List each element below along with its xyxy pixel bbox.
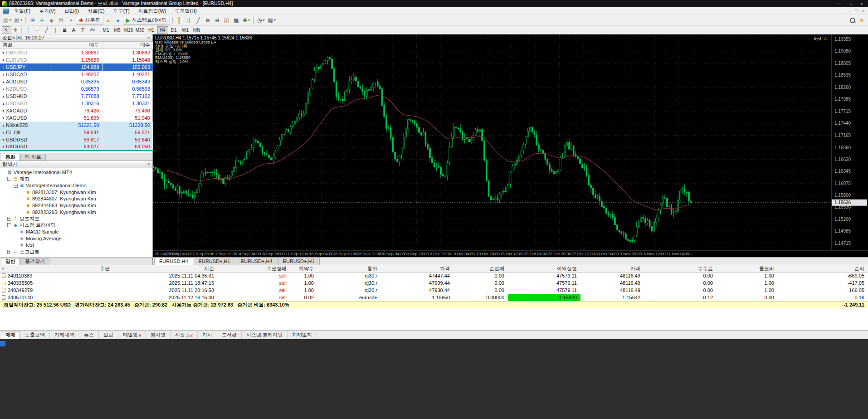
candlestick-chart-icon[interactable]: ▯ [184,16,193,25]
minimize-button[interactable]: ─ [834,1,844,6]
zoom-out-icon[interactable]: ⊖ [213,16,222,25]
timeframe-button[interactable]: M5 [112,26,123,34]
market-row[interactable]: ▼EURUSD 1.15636 1.15648 [0,56,153,63]
market-row[interactable]: ▼UKOUSD 64.027 64.050 [0,143,153,151]
expand-toggle[interactable]: − [14,184,18,188]
tree-item[interactable]: − ◆ 시스템 트레이딩 [0,222,152,229]
market-row[interactable]: ▲USDJPY 154.988 155.003 [0,63,153,71]
market-row[interactable]: ▼USDCAD 1.40207 1.40221 [0,71,153,78]
market-row[interactable]: ▲AUDUSD 0.65335 0.65349 [0,78,153,85]
tree-item[interactable]: ☻ 892844807: Kyunghwan Kim [0,195,152,202]
profiles-icon[interactable]: ▦ [13,16,23,25]
market-watch-close-icon[interactable]: × [147,35,150,40]
terminal-tab[interactable]: 알람 [99,331,118,339]
trade-column-header[interactable]: 가격 [580,265,644,273]
label-icon[interactable]: T [78,26,87,34]
separator[interactable] [253,17,254,24]
menu-item[interactable]: 도움말(H) [171,8,200,14]
timeframe-button[interactable]: H4 [157,26,168,34]
terminal-tab[interactable]: 뉴스 [79,331,99,339]
trade-column-header[interactable]: 이익실현 [508,265,580,273]
tree-item[interactable]: + ƒ 보조지표 [0,215,152,222]
line-chart-icon[interactable]: ╱ [194,16,203,25]
trade-row[interactable]: 340349279 2025.11.11 20:16:58 sell 1.00 … [0,287,868,294]
menu-item[interactable]: 보기(V) [35,8,59,14]
expand-toggle[interactable]: + [7,217,11,221]
tree-item[interactable]: ☻ 892823265: Kyunghwan Kim [0,209,152,215]
terminal-icon[interactable]: ▤ [57,16,66,25]
community-icon[interactable]: ● [113,16,122,25]
trendline-icon[interactable]: ╱ [42,26,51,34]
expand-toggle[interactable]: − [7,223,11,227]
zoom-in-icon[interactable]: ⊕ [203,16,212,25]
chart-tab[interactable]: EURUSD,H4 [154,258,193,265]
crosshair-icon[interactable]: ✛ [11,26,20,34]
tree-item[interactable]: ◆ test [0,242,152,248]
terminal-tab[interactable]: 시스템 트레이딩 [242,331,288,339]
ea-smiley-icon[interactable]: ☺ [823,36,828,41]
tree-item[interactable]: ☻ 892813307: Kyunghwan Kim [0,189,152,195]
channel-icon[interactable]: ∥ [51,26,60,34]
trade-row[interactable]: 340570140 2025.11.12 16:15:00 sell 0.02 … [0,294,868,301]
trade-row[interactable]: 340335505 2025.11.11 18:47:15 sell 1.00 … [0,279,868,287]
maximize-button[interactable]: □ [846,1,855,6]
horizontal-line-icon[interactable]: ─ [33,26,42,34]
menu-item[interactable]: 파일(F) [10,8,34,14]
market-row[interactable]: ▲NZDUSD 0.56579 0.56593 [0,85,153,93]
trade-column-header[interactable]: 주문 [0,265,113,273]
tree-item[interactable]: − ▣ VantageInternational-Demo [0,182,152,189]
timeframe-button[interactable]: W1 [180,26,191,34]
timeframe-button[interactable]: M30 [134,26,146,34]
timeframe-button[interactable]: H1 [146,26,157,34]
market-watch-icon[interactable]: ⊞ [28,16,37,25]
trade-column-header[interactable]: 롤오버 [717,265,778,273]
tree-item[interactable]: ☻ 892844863: Kyunghwan Kim [0,202,152,209]
column-bid[interactable]: 매도 [50,42,102,49]
terminal-tab[interactable]: 노출금액 [20,331,50,339]
timeframe-button[interactable]: M15 [123,26,134,34]
timeframe-button[interactable]: MN [191,26,202,34]
tile-windows-icon[interactable]: ◫ [222,16,231,25]
menu-item[interactable]: 차트정렬(W) [135,8,170,14]
terminal-tab[interactable]: 메일함9 [118,331,146,339]
timeframe-button[interactable]: D1 [168,26,180,34]
terminal-close-icon[interactable]: × [1,266,4,271]
shapes-icon[interactable]: ↗ [88,26,96,34]
terminal-tab[interactable]: 기사 [198,331,217,339]
terminal-tab[interactable]: 회사명 [146,331,171,339]
terminal-tab[interactable]: 매매 [1,331,20,339]
bars-chart-icon[interactable]: ║ [175,16,184,25]
market-row[interactable]: ▼CL-OIL 59.541 59.571 [0,129,153,136]
strategy-tester-icon[interactable]: ◔ [66,16,75,25]
chart-close-button[interactable]: × [860,9,867,13]
tree-item[interactable]: − ▤ 계좌 [0,175,152,182]
column-symbol[interactable]: 통화 [0,42,50,49]
expand-toggle[interactable]: + [7,250,11,254]
market-row[interactable]: ▼GBPUSD 1.30867 1.30882 [0,49,153,56]
market-row[interactable]: ▲USDSGD 1.30316 1.30331 [0,100,153,107]
navigator-icon[interactable]: ◈ [47,16,56,25]
trade-column-header[interactable]: 계약수 [290,265,317,273]
price-chart[interactable]: 20 Aug 202525 Aug 04:0027 Aug 20:001 Sep… [153,34,868,257]
chart-restore-button[interactable]: □ [853,9,860,13]
trade-row[interactable]: 340110389 2025.11.11 04:35:01 sell 1.00 … [0,272,868,279]
tree-item[interactable]: ◆ MACD Sample [0,229,152,235]
market-row[interactable]: ▲Nikkei225 51321.50 51328.50 [0,122,153,129]
new-order-button[interactable]: ✚ 새주문 [76,16,103,25]
templates-icon[interactable]: ▧ [267,16,277,25]
favorites-icon[interactable]: ★ [859,17,864,24]
navigator-tab[interactable]: 즐겨찾기 [20,258,49,265]
market-row[interactable]: ▼USOUSD 59.617 59.640 [0,136,153,143]
timeframe-button[interactable]: M1 [100,26,112,34]
cursor-icon[interactable]: ↖ [2,26,10,34]
trade-column-header[interactable]: 가격 [381,265,454,273]
market-watch-tab[interactable]: 통화 [1,154,20,161]
chart-tab[interactable]: EURUSD+,H1 [278,258,320,265]
navigator-tab[interactable]: 일반 [1,258,20,265]
column-ask[interactable]: 매수 [102,42,153,49]
tree-item[interactable]: ▦ Vantage International MT4 [0,169,152,176]
separator[interactable] [25,17,26,24]
trade-column-header[interactable]: 손절매 [454,265,508,273]
tree-item[interactable]: + ▱ 스크립트 [0,248,152,255]
expand-toggle[interactable]: − [7,177,11,181]
